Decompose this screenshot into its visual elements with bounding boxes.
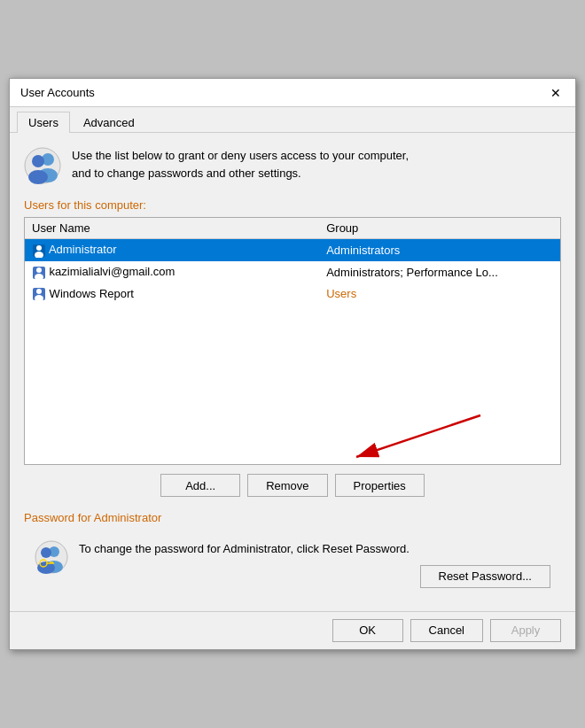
password-box: To change the password for Administrator… bbox=[24, 531, 561, 597]
cancel-button[interactable]: Cancel bbox=[410, 619, 483, 642]
user-name-cell: kazimialialvi@gmail.com bbox=[25, 261, 319, 283]
user-name-cell: Windows Report bbox=[25, 283, 319, 306]
user-row-icon bbox=[32, 266, 46, 280]
user-name-cell: Administrator bbox=[25, 239, 319, 261]
arrow-svg bbox=[241, 411, 507, 464]
password-icon bbox=[35, 540, 68, 574]
svg-point-4 bbox=[28, 170, 48, 184]
password-section: Password for Administrator To change bbox=[24, 511, 561, 597]
user-table-container: User Name Group AdministratorAdministrat… bbox=[24, 217, 561, 465]
info-text: Use the list below to grant or deny user… bbox=[72, 147, 409, 182]
dialog-title: User Accounts bbox=[20, 86, 95, 99]
tab-advanced[interactable]: Advanced bbox=[72, 112, 146, 133]
apply-button[interactable]: Apply bbox=[490, 619, 561, 642]
svg-point-9 bbox=[36, 267, 42, 273]
properties-button[interactable]: Properties bbox=[335, 474, 425, 497]
tab-bar: Users Advanced bbox=[10, 107, 575, 133]
close-button[interactable]: ✕ bbox=[547, 84, 565, 102]
remove-button[interactable]: Remove bbox=[247, 474, 327, 497]
svg-point-12 bbox=[36, 289, 42, 294]
user-table: User Name Group AdministratorAdministrat… bbox=[25, 218, 560, 411]
users-section-label: Users for this computer: bbox=[24, 198, 561, 212]
password-text: To change the password for Administrator… bbox=[79, 540, 550, 558]
table-row[interactable]: kazimialialvi@gmail.comAdministrators; P… bbox=[25, 261, 560, 283]
reset-password-button[interactable]: Reset Password... bbox=[420, 565, 551, 588]
dialog-content: Use the list below to grant or deny user… bbox=[10, 133, 575, 610]
user-group-cell: Administrators bbox=[319, 239, 560, 261]
col-username: User Name bbox=[25, 218, 319, 239]
info-box: Use the list below to grant or deny user… bbox=[24, 147, 561, 184]
arrow-annotation bbox=[25, 411, 560, 464]
col-group: Group bbox=[319, 218, 560, 239]
user-accounts-dialog: User Accounts ✕ Users Advanced bbox=[9, 78, 576, 649]
user-row-icon bbox=[32, 244, 46, 258]
user-row-icon bbox=[32, 287, 46, 301]
user-action-buttons: Add... Remove Properties bbox=[24, 474, 561, 497]
svg-point-3 bbox=[32, 155, 44, 167]
user-group-cell: Administrators; Performance Lo... bbox=[319, 261, 560, 283]
user-group-cell: Users bbox=[319, 283, 560, 306]
tab-users[interactable]: Users bbox=[17, 112, 70, 133]
svg-point-19 bbox=[41, 547, 51, 558]
table-row[interactable]: Windows ReportUsers bbox=[25, 283, 560, 306]
svg-line-15 bbox=[356, 415, 480, 457]
add-button[interactable]: Add... bbox=[160, 474, 240, 497]
svg-point-6 bbox=[36, 245, 42, 251]
password-section-label: Password for Administrator bbox=[24, 511, 561, 524]
ok-button[interactable]: OK bbox=[332, 619, 403, 642]
dialog-footer: OK Cancel Apply bbox=[10, 611, 575, 649]
users-icon bbox=[24, 147, 61, 184]
reset-btn-row: Reset Password... bbox=[79, 565, 550, 588]
table-row[interactable]: AdministratorAdministrators bbox=[25, 239, 560, 261]
title-bar: User Accounts ✕ bbox=[10, 79, 575, 107]
